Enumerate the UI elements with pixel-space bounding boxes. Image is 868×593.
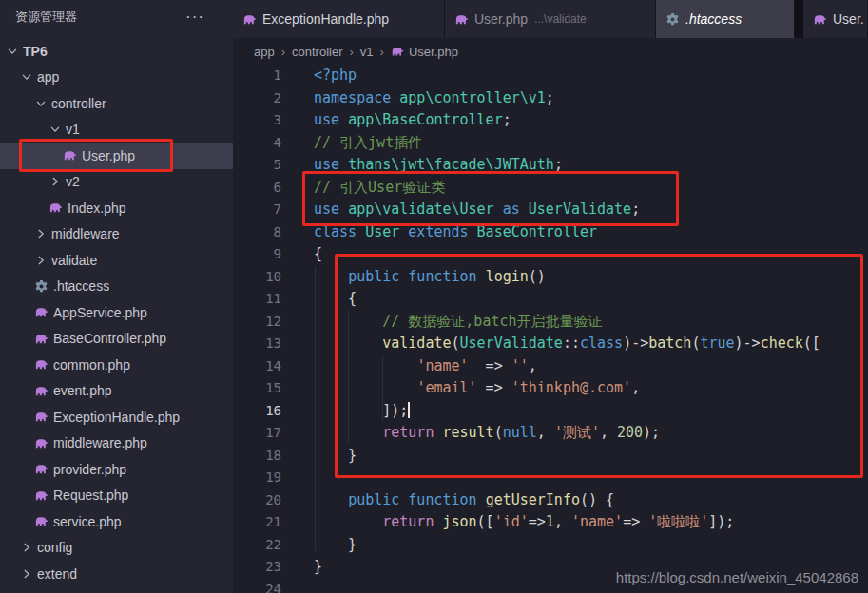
breadcrumb-item-controller[interactable]: controller: [292, 45, 342, 59]
code-line-5[interactable]: 5use thans\jwt\facade\JWTAuth;: [233, 154, 868, 177]
tree-item-provider.php[interactable]: provider.php: [0, 456, 233, 483]
code-text: }: [314, 556, 322, 579]
php-file-icon: [34, 332, 48, 346]
tree-item-appservice.php[interactable]: AppService.php: [0, 299, 233, 326]
tree-item-label: controller: [51, 96, 106, 111]
tree-item-middleware[interactable]: middleware: [0, 221, 233, 248]
code-text: use app\BaseController;: [314, 109, 511, 132]
code-text: <?php: [314, 65, 357, 87]
line-number: 18: [233, 445, 281, 468]
tab-label: .htaccess: [685, 11, 742, 27]
tree-item-extend[interactable]: extend: [0, 561, 233, 587]
line-number: 1: [233, 65, 281, 87]
code-line-14[interactable]: 14 'name' => '',: [233, 355, 868, 378]
tree-item-validate[interactable]: validate: [0, 247, 233, 274]
code-text: }: [314, 445, 357, 468]
code-text: }: [314, 534, 357, 557]
code-line-4[interactable]: 4// 引入jwt插件: [233, 132, 868, 155]
code-line-11[interactable]: 11 {: [233, 288, 868, 311]
code-line-17[interactable]: 17 return result(null, '测试', 200);: [233, 422, 868, 445]
tree-item-label: Request.php: [53, 488, 128, 503]
breadcrumb-file[interactable]: User.php: [409, 45, 458, 59]
php-file-icon: [391, 45, 404, 58]
line-number: 9: [233, 243, 281, 266]
tree-item-label: event.php: [53, 383, 112, 398]
tree-item-tp6[interactable]: TP6: [0, 38, 233, 65]
line-number: 2: [233, 87, 281, 110]
code-line-21[interactable]: 21 return json(['id'=>1, 'name'=> '啦啦啦']…: [233, 511, 868, 534]
code-line-20[interactable]: 20 public function getUserInfo() {: [233, 489, 868, 512]
tree-item-app[interactable]: app: [0, 65, 233, 91]
breadcrumb-separator: ›: [380, 45, 384, 59]
tree-item-label: service.php: [53, 514, 122, 529]
code-line-22[interactable]: 22 }: [233, 534, 868, 557]
vscode-window: 资源管理器 ··· TP6appcontrollerv1User.phpv2In…: [0, 0, 868, 593]
chevron-down-icon: [6, 45, 19, 58]
breadcrumb-item-v1[interactable]: v1: [360, 45, 374, 59]
editor-area: ExceptionHandle.phpUser.php...\validate.…: [233, 0, 868, 593]
tree-item-label: ExceptionHandle.php: [53, 410, 180, 425]
tree-item-user.php[interactable]: User.php: [0, 143, 233, 169]
code-line-19[interactable]: 19: [233, 467, 868, 489]
code-line-2[interactable]: 2namespace app\controller\v1;: [233, 87, 868, 110]
tree-item-config[interactable]: config: [0, 535, 233, 562]
breadcrumb-separator: ›: [281, 45, 285, 59]
chevron-right-icon: [20, 567, 33, 581]
line-number: 8: [233, 221, 281, 244]
tree-item-label: User.php: [82, 148, 135, 163]
tree-item-exceptionhandle.php[interactable]: ExceptionHandle.php: [0, 404, 233, 430]
tree-item-controller[interactable]: controller: [0, 90, 233, 117]
tab-user.[interactable]: User.: [803, 0, 868, 38]
tree-item-common.php[interactable]: common.php: [0, 352, 233, 378]
watermark: https://blog.csdn.net/weixin_45042868: [616, 569, 858, 585]
line-number: 19: [233, 467, 281, 489]
code-line-15[interactable]: 15 'email' => 'thinkph@.com',: [233, 377, 868, 400]
tree-item-request.php[interactable]: Request.php: [0, 483, 233, 509]
tab-detail: ...\validate: [534, 12, 587, 26]
tab-user.php[interactable]: User.php...\validate: [445, 0, 656, 38]
code-line-16[interactable]: 16 ]);: [233, 400, 868, 423]
tree-item-event.php[interactable]: event.php: [0, 378, 233, 405]
chevron-down-icon: [20, 70, 33, 84]
tree-item-v2[interactable]: v2: [0, 169, 233, 196]
tab-exceptionhandle.php[interactable]: ExceptionHandle.php: [233, 0, 445, 38]
line-number: 20: [233, 489, 281, 512]
code-line-6[interactable]: 6// 引入User验证类: [233, 177, 868, 200]
breadcrumb-item-app[interactable]: app: [254, 45, 275, 59]
line-number: 24: [233, 579, 281, 593]
line-number: 6: [233, 177, 281, 200]
tab-label: User.php: [474, 11, 528, 27]
tree-item-middleware.php[interactable]: middleware.php: [0, 430, 233, 457]
code-line-3[interactable]: 3use app\BaseController;: [233, 109, 868, 132]
code-line-1[interactable]: 1<?php: [233, 65, 868, 87]
gear-icon: [34, 279, 48, 294]
code-line-12[interactable]: 12 // 数据验证,batch开启批量验证: [233, 311, 868, 334]
tab-.htaccess[interactable]: .htaccess: [656, 0, 795, 38]
php-file-icon: [813, 12, 827, 27]
code-text: return result(null, '测试', 200);: [314, 422, 660, 445]
code-line-18[interactable]: 18 }: [233, 445, 868, 468]
more-actions-icon[interactable]: ···: [185, 12, 204, 22]
tree-item-index.php[interactable]: Index.php: [0, 195, 233, 221]
tree-item-label: common.php: [53, 357, 130, 373]
code-line-8[interactable]: 8class User extends BaseController: [233, 221, 868, 244]
code-line-13[interactable]: 13 validate(UserValidate::class)->batch(…: [233, 333, 868, 355]
chevron-right-icon: [20, 541, 33, 554]
line-number: 16: [233, 400, 281, 423]
code-editor[interactable]: 1<?php2namespace app\controller\v1;3use …: [233, 65, 868, 593]
tree-item-label: provider.php: [53, 462, 126, 477]
line-number: 12: [233, 311, 281, 334]
tree-item-basecontroller.php[interactable]: BaseController.php: [0, 326, 233, 353]
tree-item-label: .htaccess: [53, 278, 109, 294]
code-line-10[interactable]: 10 public function login(): [233, 266, 868, 289]
code-line-7[interactable]: 7use app\validate\User as UserValidate;: [233, 199, 868, 221]
tree-item-.htaccess[interactable]: .htaccess: [0, 274, 233, 300]
tree-item-v1[interactable]: v1: [0, 117, 233, 143]
code-line-9[interactable]: 9{: [233, 243, 868, 266]
chevron-right-icon: [48, 175, 62, 188]
code-text: public function login(): [314, 266, 546, 289]
tree-item-service.php[interactable]: service.php: [0, 508, 233, 535]
php-file-icon: [34, 357, 48, 372]
php-file-icon: [34, 488, 48, 503]
php-file-icon: [454, 12, 469, 27]
